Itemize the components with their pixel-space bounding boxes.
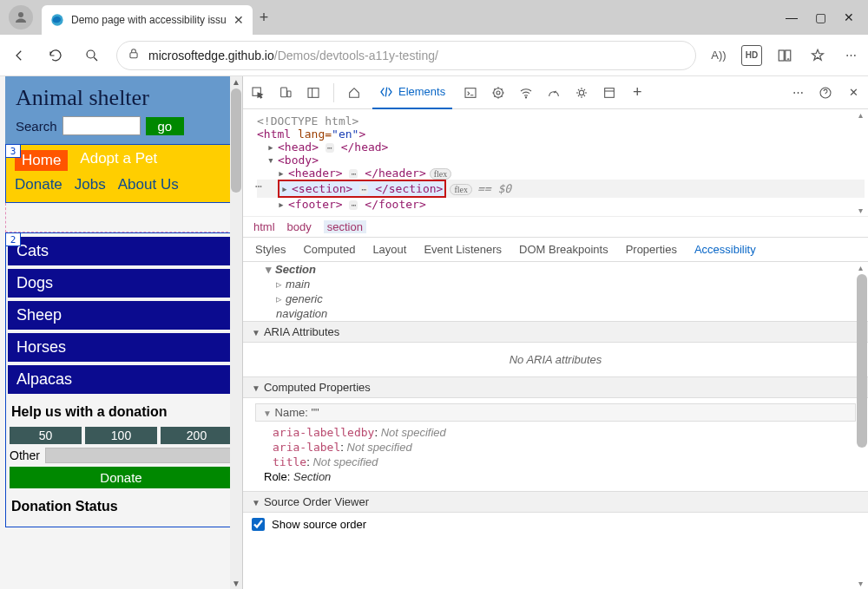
window-controls: — ▢ ✕ — [772, 10, 868, 24]
donate-button[interactable]: Donate — [10, 467, 233, 488]
nav-jobs[interactable]: Jobs — [75, 176, 106, 193]
elements-icon — [379, 85, 393, 99]
new-tab-button[interactable]: + — [260, 9, 269, 27]
svg-rect-4 — [779, 50, 784, 61]
tab-layout[interactable]: Layout — [372, 243, 406, 256]
edge-icon — [50, 13, 64, 27]
nav-donate[interactable]: Donate — [15, 176, 62, 193]
nav-about[interactable]: About Us — [118, 176, 179, 193]
tab-close-icon[interactable]: ✕ — [233, 13, 244, 27]
tab-dom-breakpoints[interactable]: DOM Breakpoints — [519, 243, 608, 256]
tab-event-listeners[interactable]: Event Listeners — [424, 243, 502, 256]
minimize-icon[interactable]: — — [786, 10, 798, 24]
crumb-html[interactable]: html — [253, 220, 275, 233]
memory-icon[interactable] — [572, 83, 591, 102]
source-order-badge-nav: 3 — [5, 144, 21, 158]
nav-home[interactable]: Home — [15, 150, 68, 171]
help-icon[interactable] — [816, 83, 835, 102]
animal-cats[interactable]: Cats — [8, 237, 234, 265]
tab-styles[interactable]: Styles — [255, 243, 286, 256]
amount-100[interactable]: 100 — [85, 427, 157, 444]
scroll-down-icon[interactable]: ▼ — [232, 579, 240, 588]
dom-breadcrumb[interactable]: html body section — [243, 216, 868, 238]
devtools: Elements + ⋯ ✕ <!DOCTYPE html> <html lan… — [243, 76, 868, 589]
styles-tabs: Styles Computed Layout Event Listeners D… — [243, 238, 868, 262]
address-bar[interactable]: microsoftedge.github.io/Demos/devtools-a… — [116, 41, 696, 70]
search-input[interactable] — [62, 116, 141, 135]
performance-icon[interactable] — [544, 83, 563, 102]
device-icon[interactable] — [276, 83, 295, 102]
browser-tab[interactable]: Demo page with accessibility issu ✕ — [42, 5, 253, 35]
donation-heading: Help us with a donation — [11, 404, 234, 420]
go-button[interactable]: go — [146, 117, 185, 135]
animal-alpacas[interactable]: Alpacas — [8, 365, 234, 394]
donation-status-heading: Donation Status — [11, 499, 234, 514]
source-order-header[interactable]: ▼Source Order Viewer — [243, 491, 868, 513]
inspect-icon[interactable] — [248, 83, 267, 102]
aria-header[interactable]: ▼ARIA Attributes — [243, 321, 868, 343]
devtools-more-icon[interactable]: ⋯ — [788, 83, 807, 102]
tab-title: Demo page with accessibility issu — [71, 14, 227, 26]
crumb-section[interactable]: section — [324, 220, 366, 233]
svg-rect-11 — [465, 88, 476, 97]
network-icon[interactable] — [516, 83, 536, 102]
crumb-body[interactable]: body — [287, 220, 312, 233]
svg-point-14 — [526, 96, 527, 97]
more-icon[interactable]: ⋯ — [840, 45, 861, 66]
profile-avatar[interactable] — [9, 5, 33, 29]
favorite-icon[interactable] — [807, 45, 828, 66]
tab-computed[interactable]: Computed — [303, 243, 355, 256]
more-tabs-icon[interactable]: + — [628, 83, 647, 102]
tab-accessibility[interactable]: Accessibility — [694, 243, 756, 256]
other-input[interactable] — [45, 448, 233, 463]
scroll-up-icon[interactable]: ▲ — [232, 77, 240, 87]
dom-scrollbar[interactable]: ▴▾ — [856, 109, 868, 216]
hd-icon[interactable]: HD — [741, 45, 762, 66]
source-order-badge-sidebar: 2 — [5, 232, 21, 246]
person-icon — [13, 10, 29, 25]
svg-rect-8 — [287, 91, 291, 97]
demo-scrollbar[interactable]: ▲ ▼ — [230, 76, 242, 589]
other-label: Other — [10, 448, 40, 462]
nav-adopt[interactable]: Adopt a Pet — [80, 150, 157, 171]
panel-icon[interactable] — [304, 83, 323, 102]
svg-rect-9 — [308, 88, 319, 97]
demo-page: Animal shelter Search go 3 Home Adopt a … — [0, 76, 243, 589]
console-icon[interactable] — [461, 83, 480, 102]
amount-200[interactable]: 200 — [161, 427, 233, 444]
scroll-thumb[interactable] — [231, 88, 241, 193]
back-button[interactable] — [7, 43, 31, 68]
browser-toolbar: microsoftedge.github.io/Demos/devtools-a… — [0, 35, 868, 76]
demo-header: Animal shelter Search go — [5, 76, 242, 144]
search-button[interactable] — [80, 43, 104, 68]
titlebar: Demo page with accessibility issu ✕ + — … — [0, 0, 868, 35]
svg-point-2 — [87, 50, 95, 58]
reader-icon[interactable] — [774, 45, 795, 66]
svg-rect-3 — [130, 53, 137, 58]
demo-sidebar: 2 Cats Dogs Sheep Horses Alpacas Help us… — [5, 232, 237, 527]
svg-rect-16 — [605, 88, 615, 97]
tab-elements[interactable]: Elements — [372, 76, 452, 109]
welcome-icon[interactable] — [345, 83, 364, 102]
animal-sheep[interactable]: Sheep — [8, 301, 234, 330]
close-window-icon[interactable]: ✕ — [844, 10, 854, 24]
show-source-order-checkbox[interactable] — [252, 518, 265, 531]
amount-50[interactable]: 50 — [10, 427, 82, 444]
svg-point-0 — [18, 12, 23, 17]
devtools-close-icon[interactable]: ✕ — [844, 83, 863, 102]
dom-section-row[interactable]: ⋯▸<section> ⋯ </section>flex== $0 — [257, 180, 865, 198]
animal-horses[interactable]: Horses — [8, 333, 234, 362]
no-aria-text: No ARIA attributes — [243, 343, 868, 376]
read-aloud-icon[interactable]: A)) — [708, 45, 729, 66]
a11y-scrollbar[interactable]: ▴ ▾ — [856, 262, 868, 589]
maximize-icon[interactable]: ▢ — [815, 10, 826, 24]
animal-dogs[interactable]: Dogs — [8, 269, 234, 298]
name-row[interactable]: ▼ Name: "" — [255, 403, 856, 422]
refresh-button[interactable] — [43, 43, 68, 68]
computed-header[interactable]: ▼Computed Properties — [243, 376, 868, 398]
dom-tree[interactable]: <!DOCTYPE html> <html lang="en"> ▸<head>… — [243, 109, 868, 216]
lock-icon — [128, 48, 140, 62]
tab-properties[interactable]: Properties — [626, 243, 677, 256]
application-icon[interactable] — [600, 83, 619, 102]
sources-icon[interactable] — [489, 83, 508, 102]
